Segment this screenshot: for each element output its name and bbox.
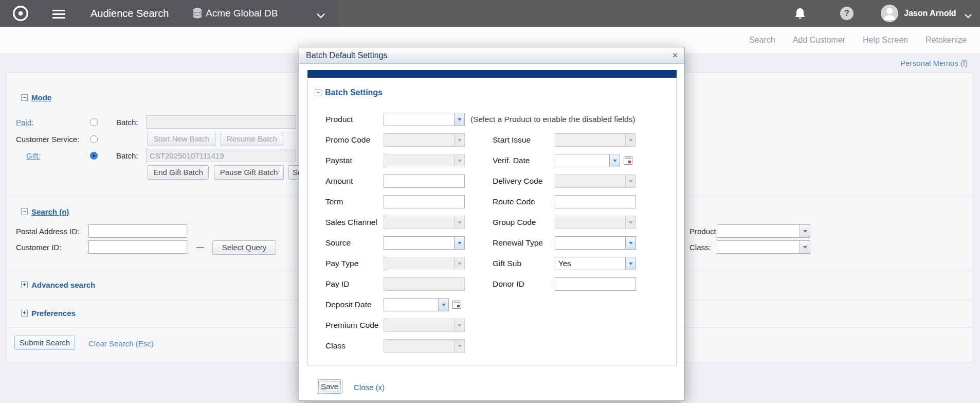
pay-type-select-value [384, 257, 454, 270]
class-label: Class [325, 341, 346, 351]
donor-id-input[interactable] [555, 277, 636, 291]
source-select[interactable] [384, 236, 465, 250]
dropdown-arrow-icon[interactable] [609, 154, 620, 167]
search-section-header[interactable]: − Search (n) [21, 207, 69, 216]
dropdown-arrow-icon [454, 339, 465, 353]
save-button[interactable]: Save [317, 379, 342, 394]
close-icon[interactable]: × [673, 51, 678, 60]
deposit-date-select[interactable] [384, 298, 449, 311]
modal-close-link[interactable]: Close (x) [354, 383, 385, 392]
customer-service-label: Customer Service: [16, 135, 79, 144]
paystat-select-value [384, 154, 454, 167]
term-label: Term [325, 197, 343, 206]
class-select-value [384, 339, 454, 353]
modal-titlebar: Batch Default Settings × [299, 47, 684, 64]
link-retokenize[interactable]: Retokenize [925, 36, 967, 45]
product-select-value [384, 113, 454, 126]
donor-id-label: Donor ID [493, 279, 524, 289]
collapse-icon[interactable]: − [315, 90, 321, 96]
preferences-header[interactable]: + Preferences [21, 309, 76, 318]
batch-settings-header[interactable]: − Batch Settings [315, 88, 383, 97]
promo-code-label: Promo Code [325, 135, 370, 145]
route-code-input[interactable] [555, 195, 636, 208]
amount-input[interactable] [384, 174, 465, 188]
link-search[interactable]: Search [749, 36, 775, 45]
class-select [384, 339, 465, 353]
customer-id-input[interactable] [88, 240, 187, 254]
promo-code-select-value [384, 133, 454, 147]
renewal-type-select[interactable] [555, 236, 636, 250]
app-logo-icon[interactable] [12, 5, 29, 24]
gift-batch-label: Batch: [116, 151, 138, 160]
end-gift-batch-button[interactable]: End Gift Batch [148, 165, 209, 180]
expand-icon[interactable]: + [21, 310, 28, 317]
dropdown-arrow-icon[interactable] [625, 257, 636, 270]
gift-sub-select[interactable]: Yes [555, 257, 636, 270]
select-query-button[interactable]: Select Query [212, 240, 276, 255]
group-code-select [555, 216, 636, 229]
personal-memos-link[interactable]: Personal Memos (f) [900, 59, 968, 67]
postal-address-id-input[interactable] [88, 224, 187, 238]
sales-channel-label: Sales Channel [325, 218, 377, 227]
expand-icon[interactable]: + [21, 282, 28, 288]
route-code-label: Route Code [493, 197, 535, 206]
customer-service-radio[interactable] [90, 135, 98, 143]
verif-date-label: Verif. Date [493, 156, 530, 165]
verif-date-calendar-icon[interactable] [624, 156, 632, 165]
range-dash: — [196, 242, 204, 251]
term-input[interactable] [384, 195, 465, 208]
deposit-date-calendar-icon[interactable] [452, 301, 461, 309]
collapse-icon[interactable]: − [21, 208, 28, 215]
dropdown-arrow-icon[interactable] [454, 236, 465, 250]
user-name[interactable]: Jason Arnold [904, 0, 956, 27]
search-section-title: Search (n) [31, 207, 69, 216]
advanced-search-header[interactable]: + Advanced search [21, 281, 95, 289]
start-issue-select [555, 133, 636, 147]
product-select[interactable] [384, 113, 465, 126]
database-chevron-down-icon[interactable] [317, 11, 325, 21]
paystat-label: Paystat [325, 156, 352, 165]
gift-sub-label: Gift Sub [493, 259, 521, 268]
mode-section-header[interactable]: − Mode [21, 93, 51, 102]
avatar[interactable] [880, 4, 899, 25]
verif-date-select[interactable] [555, 154, 620, 167]
delivery-code-label: Delivery Code [493, 177, 542, 186]
paystat-select [384, 154, 465, 167]
resume-batch-button: Resume Batch [221, 132, 283, 146]
pause-gift-batch-button[interactable]: Pause Gift Batch [214, 165, 284, 180]
help-icon[interactable]: ? [840, 7, 854, 20]
dropdown-arrow-icon[interactable] [800, 240, 810, 254]
menu-icon[interactable] [52, 8, 65, 21]
dropdown-arrow-icon [454, 319, 465, 332]
link-help-screen[interactable]: Help Screen [863, 36, 908, 45]
source-label: Source [325, 238, 351, 248]
submit-search-button[interactable]: Submit Search [14, 336, 75, 350]
paid-radio[interactable] [90, 118, 98, 126]
dropdown-arrow-icon[interactable] [454, 113, 465, 126]
app-title: Audience Search [90, 0, 169, 27]
dropdown-arrow-icon[interactable] [625, 236, 636, 250]
collapse-icon[interactable]: − [21, 94, 28, 101]
batch-settings-title: Batch Settings [325, 88, 383, 97]
clear-search-link[interactable]: Clear Search (Esc) [88, 339, 154, 348]
gift-radio[interactable] [90, 152, 98, 160]
start-issue-select-value [555, 133, 625, 147]
class-select[interactable] [717, 240, 810, 254]
user-menu-chevron-down-icon[interactable] [965, 11, 972, 21]
link-add-customer[interactable]: Add Customer [793, 36, 845, 45]
verif-date-select-value [555, 154, 609, 167]
dropdown-arrow-icon[interactable] [800, 224, 810, 238]
dropdown-arrow-icon [625, 174, 636, 188]
gift-batch-input [146, 149, 296, 162]
database-icon [192, 7, 203, 22]
dropdown-arrow-icon[interactable] [438, 298, 449, 311]
product-label: Product [325, 115, 353, 124]
dropdown-arrow-icon [454, 216, 465, 229]
start-new-batch-button: Start New Batch [148, 132, 215, 146]
top-navbar: Audience Search Acme Global DB ? Jason A… [0, 0, 980, 27]
notifications-bell-icon[interactable] [794, 7, 806, 22]
group-code-label: Group Code [493, 218, 536, 227]
database-name[interactable]: Acme Global DB [206, 0, 278, 27]
product-select[interactable] [717, 224, 810, 238]
gift-sub-select-value: Yes [555, 257, 625, 270]
